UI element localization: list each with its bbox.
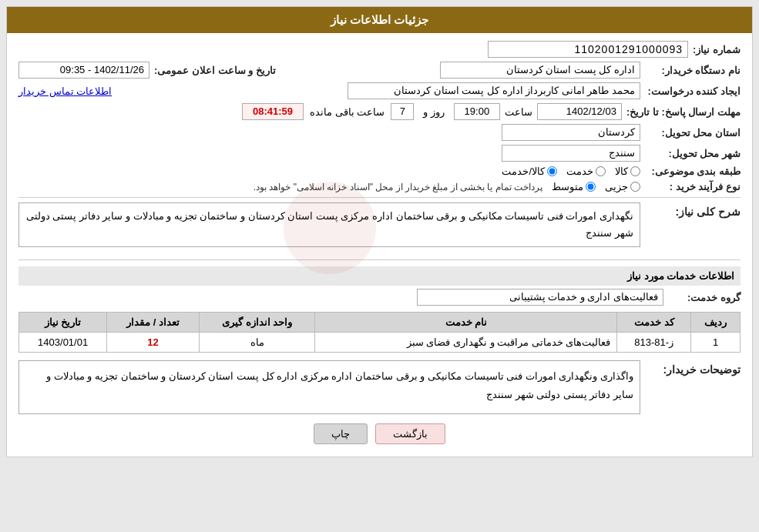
niaz-number-label: شماره نیاز: [688, 44, 741, 55]
deadline-date-value: 1402/12/03 [537, 103, 622, 120]
buyer-desc-section: توضیحات خریدار: واگذاری ونگهداری امورات … [18, 360, 741, 414]
announce-date-val: 1402/11/26 - 09:35 [18, 62, 149, 79]
deadline-remaining-value: 08:41:59 [242, 103, 304, 120]
row-name: فعالیت‌های خدماتی مراقبت و نگهداری فضای … [315, 333, 617, 353]
deadline-row: مهلت ارسال پاسخ: تا تاریخ: 1402/12/03 سا… [18, 103, 741, 120]
service-group-value: فعالیت‌های اداری و خدمات پشتیبانی [417, 289, 663, 306]
niaz-number-row: شماره نیاز: 1102001291000093 [18, 41, 741, 58]
deadline-days-label: روز و [423, 106, 445, 118]
process-note: پرداخت تمام یا بخشی از مبلغ خریدار از مح… [254, 182, 542, 192]
service-group-row: گروه خدمت: فعالیت‌های اداری و خدمات پشتی… [18, 289, 741, 306]
category-option-kala-khedmat[interactable]: کالا/خدمت [502, 166, 557, 177]
buyer-name-value: اداره کل پست استان کردستان [440, 62, 640, 79]
description-area: نگهداری امورات فنی تاسیسات مکانیکی و برق… [18, 202, 640, 253]
col-header-qty: تعداد / مقدار [107, 313, 199, 333]
deadline-time-label: ساعت [505, 106, 532, 118]
buyer-desc-value: واگذاری ونگهداری امورات فنی تاسیسات مکان… [18, 360, 640, 414]
services-table: ردیف کد خدمت نام خدمت واحد اندازه گیری ت… [18, 312, 741, 353]
services-section-title: اطلاعات خدمات مورد نیاز [18, 266, 741, 286]
back-button[interactable]: بازگشت [375, 423, 445, 444]
deadline-label: مهلت ارسال پاسخ: تا تاریخ: [622, 106, 741, 118]
row-number: 1 [690, 333, 740, 353]
category-option-khedmat[interactable]: خدمت [566, 166, 606, 177]
category-radio-group: کالا خدمت کالا/خدمت [502, 166, 640, 177]
announce-date-value: 1402/11/26 - 09:35 [18, 62, 149, 79]
contact-link[interactable]: اطلاعات تماس خریدار [18, 85, 112, 97]
print-button[interactable]: چاپ [314, 423, 368, 444]
buyer-desc-area: واگذاری ونگهداری امورات فنی تاسیسات مکان… [18, 360, 640, 414]
category-option-kala[interactable]: کالا [615, 166, 640, 177]
col-header-date: تاریخ نیاز [19, 313, 107, 333]
province-row: استان محل تحویل: کردستان [18, 124, 741, 141]
process-radio-group: جزیی متوسط [552, 181, 640, 192]
card-header: جزئیات اطلاعات نیاز [7, 7, 752, 33]
niaz-number-val: 1102001291000093 [18, 41, 688, 58]
service-group-label: گروه خدمت: [663, 292, 741, 303]
process-label: نوع فرآیند خرید : [640, 181, 741, 192]
buyer-announce-row: نام دستگاه خریدار: اداره کل پست استان کر… [18, 62, 741, 79]
niaz-number-value: 1102001291000093 [488, 41, 688, 58]
col-header-name: نام خدمت [315, 313, 617, 333]
row-unit: ماه [199, 333, 315, 353]
button-row: بازگشت چاپ [18, 423, 741, 444]
requester-row: ایجاد کننده درخواست: محمد طاهر امانی کار… [18, 82, 741, 99]
buyer-name-label: نام دستگاه خریدار: [640, 65, 741, 76]
page-title: جزئیات اطلاعات نیاز [331, 13, 428, 26]
row-code: ز-81-813 [617, 333, 691, 353]
divider-2 [18, 259, 741, 260]
province-value: کردستان [502, 124, 640, 141]
requester-val: محمد طاهر امانی کاربرداز اداره کل پست اس… [123, 82, 640, 99]
row-qty: 12 [107, 333, 199, 353]
category-row: طبقه بندی موضوعی: کالا خدمت کالا/خدمت [18, 166, 741, 177]
city-value: سنندج [502, 145, 640, 162]
divider-1 [18, 197, 741, 198]
process-option-motevaset[interactable]: متوسط [552, 181, 596, 192]
deadline-remaining-label: ساعت باقی مانده [310, 106, 385, 118]
process-option-jozi[interactable]: جزیی [605, 181, 640, 192]
announce-date-label: تاریخ و ساعت اعلان عمومی: [149, 65, 276, 76]
requester-label: ایجاد کننده درخواست: [640, 85, 741, 97]
description-label: شرح کلی نیاز: [640, 202, 741, 218]
process-row: نوع فرآیند خرید : جزیی متوسط پرداخت تمام… [18, 181, 741, 192]
page-wrapper: جزئیات اطلاعات نیاز شماره نیاز: 11020012… [0, 0, 759, 532]
main-card: جزئیات اطلاعات نیاز شماره نیاز: 11020012… [6, 6, 753, 457]
city-label: شهر محل تحویل: [640, 148, 741, 159]
col-header-row: ردیف [690, 313, 740, 333]
requester-value: محمد طاهر امانی کاربرداز اداره کل پست اس… [348, 82, 640, 99]
col-header-unit: واحد اندازه گیری [199, 313, 315, 333]
city-row: شهر محل تحویل: سنندج [18, 145, 741, 162]
card-body: شماره نیاز: 1102001291000093 نام دستگاه … [7, 33, 752, 457]
description-section: شرح کلی نیاز: نگهداری امورات فنی تاسیسات… [18, 202, 741, 253]
row-date: 1403/01/01 [19, 333, 107, 353]
deadline-time-value: 19:00 [454, 103, 500, 120]
col-header-code: کد خدمت [617, 313, 691, 333]
table-row: 1 ز-81-813 فعالیت‌های خدماتی مراقبت و نگ… [19, 333, 741, 353]
buyer-name-val: اداره کل پست استان کردستان [291, 62, 640, 79]
deadline-days-value: 7 [391, 103, 414, 120]
category-label: طبقه بندی موضوعی: [640, 166, 741, 177]
buyer-desc-label: توضیحات خریدار: [640, 360, 741, 376]
province-label: استان محل تحویل: [640, 127, 741, 139]
description-value: نگهداری امورات فنی تاسیسات مکانیکی و برق… [18, 202, 640, 247]
